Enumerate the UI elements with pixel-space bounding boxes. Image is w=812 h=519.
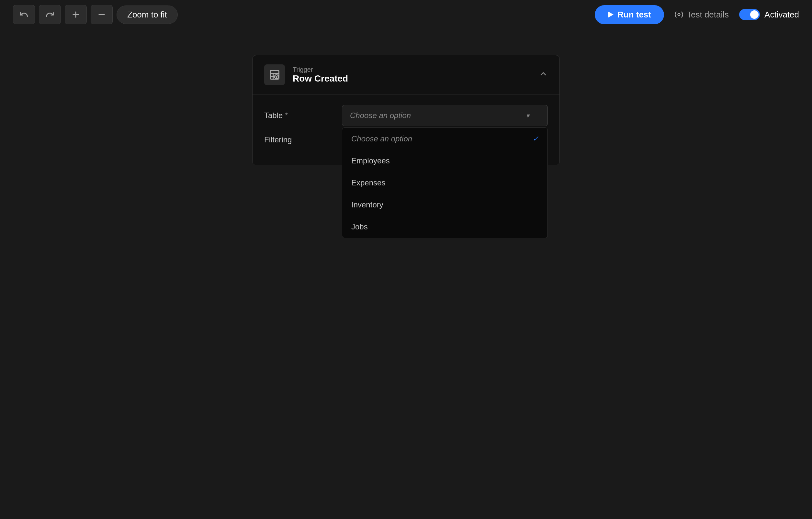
test-details-button[interactable]: Test details [674,10,729,20]
dropdown-item-jobs[interactable]: Jobs [342,216,548,238]
check-icon: ✓ [532,134,539,143]
zoom-to-fit-button[interactable]: Zoom to fit [117,5,178,24]
trigger-body: Table * Choose an option ▾ Choose an opt… [253,94,559,165]
test-details-icon [674,10,684,19]
trigger-header: Trigger Row Created [253,55,559,94]
table-required-indicator: * [283,111,288,120]
run-test-button[interactable]: Run test [595,5,664,24]
minus-button[interactable] [91,5,113,24]
add-button[interactable] [65,5,87,24]
dropdown-item-inventory[interactable]: Inventory [342,194,548,216]
table-select-wrapper: Choose an option ▾ Choose an option ✓ Em… [342,105,548,126]
trigger-table-icon [269,69,280,81]
trigger-icon-box [264,64,285,85]
workflow-canvas: Trigger Row Created Table * Choose an op… [0,29,812,519]
table-select[interactable]: Choose an option ▾ [342,105,548,126]
trigger-card: Trigger Row Created Table * Choose an op… [252,55,560,165]
svg-point-3 [678,13,680,16]
chevron-up-icon [539,69,548,78]
undo-button[interactable] [13,5,35,24]
chevron-down-icon: ▾ [526,112,529,119]
table-field-row: Table * Choose an option ▾ Choose an opt… [264,105,548,126]
dropdown-item-expenses[interactable]: Expenses [342,172,548,194]
table-dropdown-menu: Choose an option ✓ Employees Expenses In… [342,127,548,238]
play-icon [608,11,613,18]
toolbar-left: Zoom to fit [13,5,178,24]
redo-button[interactable] [39,5,61,24]
collapse-button[interactable] [539,69,548,80]
activated-toggle[interactable] [739,9,760,20]
trigger-name: Row Created [293,73,531,84]
activated-toggle-area: Activated [739,9,799,20]
filtering-field-label: Filtering [264,135,342,144]
table-field-label: Table * [264,111,342,120]
trigger-label: Trigger [293,66,531,73]
dropdown-item-choose[interactable]: Choose an option ✓ [342,128,548,150]
dropdown-item-employees[interactable]: Employees [342,150,548,172]
toolbar-right: Run test Test details Activated [595,5,799,24]
toolbar: Zoom to fit Run test Test details Activa… [0,0,812,29]
trigger-title-area: Trigger Row Created [293,66,531,84]
